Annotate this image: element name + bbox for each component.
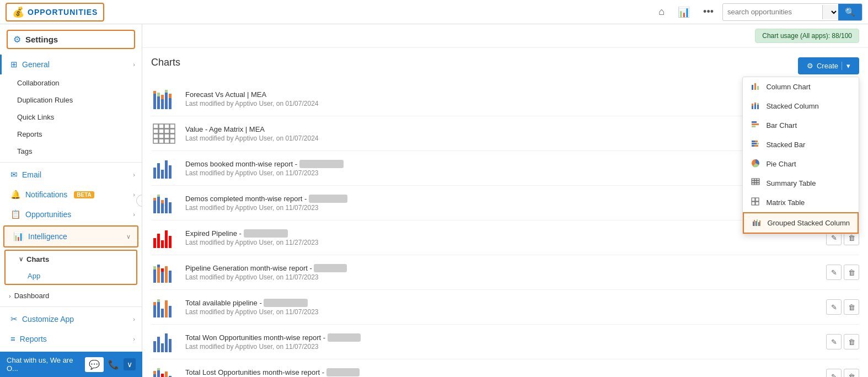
chart-info: Total Lost Opportunities month-wise repo… bbox=[185, 368, 826, 378]
sidebar-item-notifications[interactable]: 🔔 Notifications BETA › bbox=[0, 185, 142, 204]
opportunities-icon: 📋 bbox=[10, 209, 21, 219]
dashboard-arrow-icon: › bbox=[9, 293, 11, 299]
dropdown-item-stacked-bar[interactable]: Stacked Bar bbox=[743, 135, 859, 154]
sidebar-item-customize[interactable]: ✂ Customize App › bbox=[0, 309, 142, 329]
customize-arrow-icon: › bbox=[133, 316, 135, 322]
svg-rect-64 bbox=[169, 165, 172, 179]
svg-rect-9 bbox=[752, 121, 757, 123]
column-chart-label: Column Chart bbox=[766, 83, 810, 91]
sidebar-item-reports-top[interactable]: Reports bbox=[0, 126, 142, 143]
svg-rect-41 bbox=[165, 90, 168, 93]
stacked-bar-label: Stacked Bar bbox=[766, 141, 805, 149]
customize-label: Customize App bbox=[22, 315, 74, 324]
chart-meta: Last modified by Apptivo User, on 11/27/… bbox=[185, 239, 826, 246]
chat-widget: Chat with us, We are O... 💬 📞 ∨ bbox=[0, 352, 142, 377]
svg-rect-46 bbox=[164, 124, 169, 128]
chart-info: Value - Age Matrix | MEA Last modified b… bbox=[185, 125, 826, 142]
dropdown-item-stacked-column[interactable]: Stacked Column bbox=[743, 96, 859, 116]
dashboard-header[interactable]: › Dashboard bbox=[0, 287, 142, 304]
charts-app-item[interactable]: App bbox=[6, 268, 136, 284]
matrix-table-label: Matrix Table bbox=[766, 198, 805, 207]
chat-open-button[interactable]: 💬 bbox=[85, 357, 104, 372]
svg-rect-11 bbox=[752, 126, 756, 127]
svg-rect-36 bbox=[157, 96, 160, 109]
svg-rect-25 bbox=[756, 198, 759, 201]
sidebar-item-quick-links[interactable]: Quick Links bbox=[0, 109, 142, 126]
dropdown-item-bar-chart[interactable]: Bar Chart bbox=[743, 116, 859, 135]
svg-rect-69 bbox=[161, 203, 164, 213]
svg-rect-26 bbox=[752, 202, 755, 205]
chart-row: Total available pipeline - Last modified… bbox=[151, 290, 859, 325]
app-layout: ⚙ Settings ⊞ General › Collaboration Dup… bbox=[0, 24, 868, 377]
svg-rect-40 bbox=[165, 93, 168, 109]
sidebar-item-duplication-rules[interactable]: Duplication Rules bbox=[0, 91, 142, 109]
charts-header[interactable]: ∨ Charts bbox=[6, 251, 136, 268]
opportunities-arrow-icon: › bbox=[133, 211, 135, 218]
search-button[interactable]: 🔍 bbox=[838, 4, 862, 20]
home-button[interactable]: ⌂ bbox=[654, 4, 669, 20]
search-dropdown[interactable] bbox=[822, 5, 838, 19]
delete-chart-button[interactable]: 🗑 bbox=[844, 334, 859, 349]
svg-rect-65 bbox=[153, 201, 156, 213]
pie-chart-label: Pie Chart bbox=[766, 160, 796, 168]
app-logo[interactable]: 💰 OPPORTUNITIES bbox=[6, 3, 104, 21]
intelligence-icon: 📊 bbox=[13, 231, 24, 241]
settings-header[interactable]: ⚙ Settings bbox=[7, 30, 135, 49]
sidebar-item-reports-bottom[interactable]: ≡ Reports › bbox=[0, 329, 142, 348]
svg-rect-87 bbox=[153, 302, 156, 305]
chart-actions: ✎ 🗑 bbox=[826, 334, 859, 349]
chart-meta: Last modified by Apptivo User, on 11/07/… bbox=[185, 204, 826, 212]
edit-chart-button[interactable]: ✎ bbox=[826, 265, 842, 280]
svg-rect-74 bbox=[157, 234, 160, 248]
svg-rect-55 bbox=[170, 134, 175, 138]
chart-info: Demos booked month-wise report - Last mo… bbox=[185, 160, 826, 177]
dropdown-item-grouped-stacked-column[interactable]: Grouped Stacked Column bbox=[743, 212, 859, 234]
chat-phone-icon[interactable]: 📞 bbox=[108, 359, 119, 370]
chat-collapse-button[interactable]: ∨ bbox=[124, 358, 136, 370]
general-arrow-icon: › bbox=[133, 61, 135, 68]
grouped-stacked-column-icon bbox=[752, 218, 762, 228]
create-gear-icon: ⚙ bbox=[807, 62, 813, 70]
chart-button[interactable]: 📊 bbox=[673, 4, 694, 20]
chart-info: Pipeline Generation month-wise report - … bbox=[185, 264, 826, 281]
svg-rect-103 bbox=[161, 374, 164, 377]
topbar: 💰 OPPORTUNITIES ⌂ 📊 ••• 🔍 bbox=[0, 0, 868, 24]
sidebar-item-collaboration[interactable]: Collaboration bbox=[0, 74, 142, 91]
sidebar-item-email[interactable]: ✉ Email › bbox=[0, 165, 142, 185]
dropdown-item-summary-table[interactable]: Summary Table bbox=[743, 174, 859, 193]
delete-chart-button[interactable]: 🗑 bbox=[844, 299, 859, 315]
dropdown-item-pie-chart[interactable]: Pie Chart bbox=[743, 154, 859, 174]
charts-collapse-icon: ∨ bbox=[19, 256, 23, 263]
svg-rect-42 bbox=[169, 98, 172, 109]
dropdown-item-column-chart[interactable]: Column Chart bbox=[743, 77, 859, 96]
delete-chart-button[interactable]: 🗑 bbox=[844, 369, 859, 377]
opportunities-label: Opportunities bbox=[25, 210, 71, 219]
sidebar-item-intelligence[interactable]: 📊 Intelligence ∨ bbox=[3, 225, 138, 247]
sidebar-item-tags[interactable]: Tags bbox=[0, 143, 142, 160]
edit-chart-button[interactable]: ✎ bbox=[826, 299, 842, 315]
svg-rect-70 bbox=[161, 200, 164, 203]
matrix-table-icon bbox=[751, 197, 760, 208]
create-button[interactable]: ⚙ Create ▾ bbox=[798, 57, 859, 74]
svg-rect-62 bbox=[161, 170, 164, 179]
charts-page-header: Charts ⚙ Create ▾ bbox=[151, 57, 859, 75]
page-title: Charts bbox=[151, 57, 180, 68]
chart-meta: Last modified by Apptivo User, on 11/07/… bbox=[185, 343, 826, 351]
bar-chart-icon bbox=[751, 120, 760, 131]
more-button[interactable]: ••• bbox=[699, 4, 718, 20]
edit-chart-button[interactable]: ✎ bbox=[826, 369, 842, 377]
svg-rect-59 bbox=[170, 139, 175, 143]
summary-table-icon bbox=[751, 178, 760, 188]
dropdown-item-matrix-table[interactable]: Matrix Table bbox=[743, 193, 859, 212]
sidebar-item-general[interactable]: ⊞ General › bbox=[0, 55, 142, 74]
search-input[interactable] bbox=[723, 5, 822, 19]
edit-chart-button[interactable]: ✎ bbox=[826, 334, 842, 349]
delete-chart-button[interactable]: 🗑 bbox=[844, 265, 859, 280]
svg-rect-95 bbox=[161, 343, 164, 352]
svg-rect-15 bbox=[757, 143, 759, 144]
sidebar-item-opportunities[interactable]: 📋 Opportunities › bbox=[0, 204, 142, 224]
svg-rect-48 bbox=[153, 129, 158, 133]
svg-rect-21 bbox=[752, 183, 759, 185]
svg-rect-8 bbox=[757, 103, 759, 105]
svg-rect-6 bbox=[754, 103, 756, 104]
